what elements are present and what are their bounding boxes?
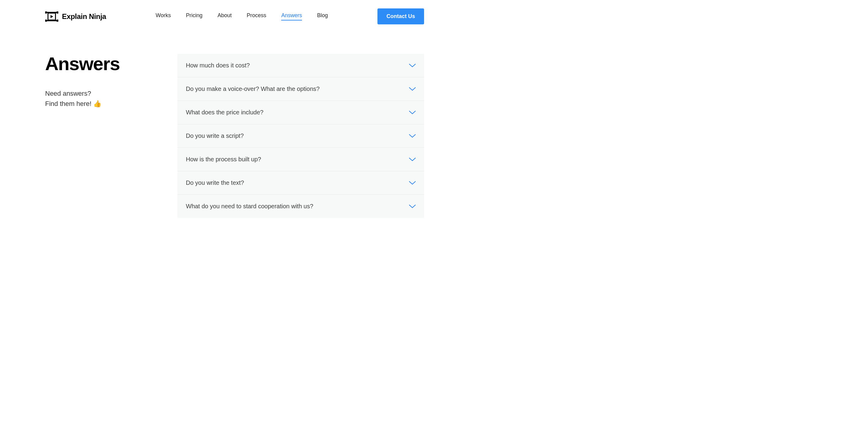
faq-question: What does the price include?: [186, 109, 264, 116]
faq-question: Do you make a voice-over? What are the o…: [186, 85, 320, 92]
chevron-down-icon: [409, 64, 416, 67]
contact-us-button[interactable]: Contact Us: [377, 8, 424, 24]
svg-rect-5: [45, 20, 47, 22]
chevron-down-icon: [409, 158, 416, 161]
faq-question: Do you write a script?: [186, 133, 244, 139]
header: Explain Ninja WorksPricingAboutProcessAn…: [45, 0, 424, 33]
logo-icon: [45, 11, 58, 22]
faq-question: Do you write the text?: [186, 179, 244, 186]
faq-question: How much does it cost?: [186, 62, 250, 69]
faq-question: What do you need to stard cooperation wi…: [186, 203, 313, 210]
intro-section: Answers Need answers? Find them here! 👍: [45, 54, 165, 218]
chevron-down-icon: [409, 111, 416, 114]
nav-item-answers[interactable]: Answers: [281, 12, 302, 21]
svg-rect-2: [57, 11, 58, 13]
faq-item[interactable]: How is the process built up?: [178, 148, 424, 171]
main-nav: WorksPricingAboutProcessAnswersBlog: [155, 12, 328, 21]
chevron-down-icon: [409, 181, 416, 185]
nav-item-works[interactable]: Works: [155, 12, 171, 21]
faq-list: How much does it cost?Do you make a voic…: [178, 54, 424, 218]
chevron-down-icon: [409, 87, 416, 91]
logo[interactable]: Explain Ninja: [45, 11, 106, 22]
svg-rect-1: [45, 11, 47, 13]
nav-item-blog[interactable]: Blog: [317, 12, 328, 21]
svg-rect-6: [57, 20, 58, 22]
faq-question: How is the process built up?: [186, 156, 261, 163]
chevron-down-icon: [409, 134, 416, 138]
faq-item[interactable]: What does the price include?: [178, 101, 424, 124]
faq-item[interactable]: Do you write the text?: [178, 171, 424, 195]
page-title: Answers: [45, 54, 165, 74]
svg-rect-4: [46, 20, 57, 21]
chevron-down-icon: [409, 205, 416, 208]
logo-text: Explain Ninja: [62, 12, 106, 21]
subtitle-line-1: Need answers?: [45, 88, 165, 99]
faq-item[interactable]: Do you write a script?: [178, 124, 424, 148]
nav-item-pricing[interactable]: Pricing: [186, 12, 203, 21]
faq-item[interactable]: Do you make a voice-over? What are the o…: [178, 77, 424, 101]
nav-item-about[interactable]: About: [217, 12, 231, 21]
main-content: Answers Need answers? Find them here! 👍 …: [45, 54, 424, 218]
faq-item[interactable]: What do you need to stard cooperation wi…: [178, 195, 424, 218]
subtitle-line-2: Find them here! 👍: [45, 99, 165, 109]
nav-item-process[interactable]: Process: [247, 12, 266, 21]
faq-item[interactable]: How much does it cost?: [178, 54, 424, 77]
